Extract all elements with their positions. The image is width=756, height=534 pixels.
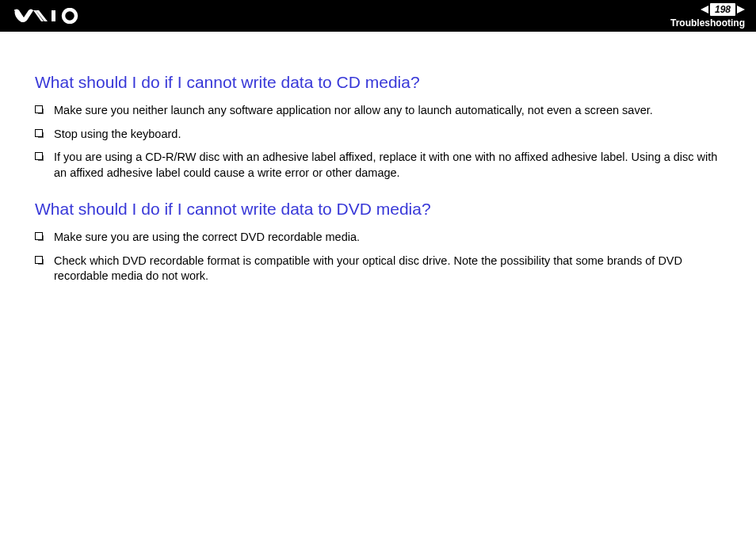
list-item-text: If you are using a CD-R/RW disc with an … [54, 150, 721, 181]
svg-point-1 [63, 10, 76, 22]
page-number: 198 [710, 3, 735, 16]
bullet-icon [35, 152, 43, 160]
list-cd: Make sure you neither launch any softwar… [35, 103, 721, 181]
list-item: Make sure you neither launch any softwar… [35, 103, 721, 119]
page-nav: 198 [701, 3, 745, 16]
heading-cd: What should I do if I cannot write data … [35, 73, 721, 92]
list-item: Check which DVD recordable format is com… [35, 254, 721, 284]
list-item-text: Make sure you neither launch any softwar… [54, 103, 721, 119]
nav-prev-icon[interactable] [701, 6, 708, 13]
list-item-text: Stop using the keyboard. [54, 127, 721, 143]
bullet-icon [35, 256, 43, 264]
svg-rect-0 [52, 10, 55, 21]
list-item-text: Check which DVD recordable format is com… [54, 254, 721, 284]
list-item: If you are using a CD-R/RW disc with an … [35, 150, 721, 181]
list-item-text: Make sure you are using the correct DVD … [54, 230, 721, 246]
vaio-logo [14, 8, 90, 24]
header-right: 198 Troubleshooting [670, 3, 745, 29]
section-label: Troubleshooting [670, 17, 745, 29]
nav-next-icon[interactable] [737, 6, 745, 13]
heading-dvd: What should I do if I cannot write data … [35, 200, 721, 219]
list-item: Make sure you are using the correct DVD … [35, 230, 721, 246]
page-header: 198 Troubleshooting [0, 0, 756, 32]
bullet-icon [35, 232, 43, 240]
list-dvd: Make sure you are using the correct DVD … [35, 230, 721, 284]
page-content: What should I do if I cannot write data … [0, 32, 756, 319]
bullet-icon [35, 105, 43, 113]
bullet-icon [35, 129, 43, 137]
list-item: Stop using the keyboard. [35, 127, 721, 143]
